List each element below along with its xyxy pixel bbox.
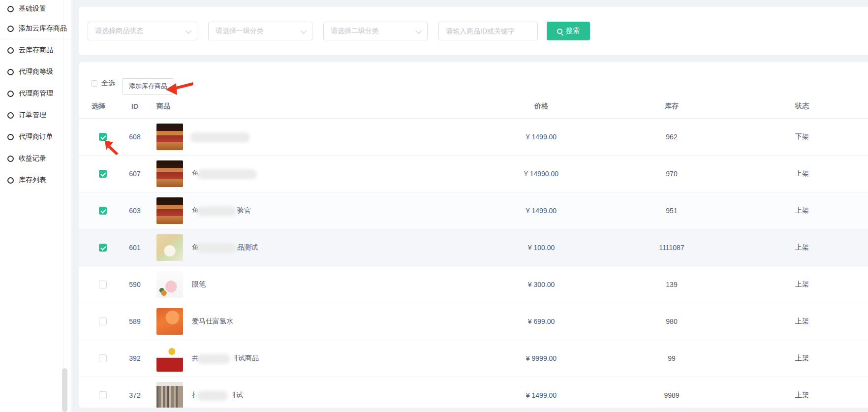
row-checkbox[interactable] — [99, 281, 107, 288]
select-all-label: 全选 — [101, 79, 115, 88]
sidebar-item-label: 订单管理 — [19, 111, 46, 120]
row-checkbox[interactable] — [99, 317, 107, 325]
header-id: ID — [115, 102, 155, 110]
table-row-603: 603 鱼 验官 ¥ 1499.00 951 上架 — [79, 192, 868, 229]
product-name-suffix: 刂试 — [229, 391, 243, 400]
sidebar-item-基础设置[interactable]: 基础设置 — [0, 0, 71, 18]
cell-status: 下架 — [728, 132, 868, 141]
circle-icon — [7, 69, 14, 75]
add-stock-button[interactable]: 添加库存商品 — [122, 78, 174, 95]
row-checkbox[interactable] — [99, 170, 107, 178]
sidebar-item-label: 库存列表 — [19, 176, 46, 185]
cell-price: ¥ 100.00 — [467, 244, 615, 252]
cell-stock: 980 — [615, 317, 728, 325]
table-row-590: 590 眼笔 ¥ 300.00 139 上架 — [79, 266, 868, 303]
category-level1-select[interactable]: 请选择一级分类 — [208, 22, 312, 40]
table-row-589: 589 爱马仕富氢水 ¥ 699.00 980 上架 — [79, 303, 868, 340]
sidebar-item-收益记录[interactable]: 收益记录 — [0, 148, 71, 169]
cell-stock: 1111087 — [615, 244, 728, 252]
circle-icon — [7, 91, 14, 97]
row-checkbox[interactable] — [99, 133, 107, 141]
sidebar-item-代理商管理[interactable]: 代理商管理 — [0, 83, 71, 104]
product-name: 爱马仕富氢水 — [192, 317, 233, 326]
sidebar-item-label: 添加云库存商品 — [19, 24, 67, 33]
cell-stock: 951 — [615, 207, 728, 215]
table-row-392: 392 共 刂试商品 ¥ 9999.00 99 上架 — [79, 340, 868, 377]
cell-id: 392 — [115, 354, 155, 362]
cell-stock: 139 — [615, 281, 728, 288]
product-name: 鱼 验官 — [192, 206, 251, 215]
product-image — [156, 382, 183, 408]
table-row-372: 372 扌 刂试 ¥ 1499.00 9989 上架 — [79, 377, 868, 408]
product-name-suffix: 品测试 — [237, 243, 258, 252]
table-row-608: 608 ¥ 1499.00 962 下架 — [79, 119, 868, 156]
sidebar-item-云库存商品[interactable]: 云库存商品 — [0, 39, 71, 61]
select-all-checkbox[interactable] — [91, 80, 97, 87]
circle-icon — [7, 156, 14, 162]
header-stock: 库存 — [615, 102, 728, 111]
cell-id: 590 — [115, 281, 155, 288]
sidebar-menu: 基础设置 添加云库存商品 云库存商品 代理商等级 代理商管理 订单管理 代理商订… — [0, 0, 71, 191]
chevron-down-icon — [301, 27, 307, 33]
sidebar-item-label: 云库存商品 — [19, 46, 53, 55]
cell-status: 上架 — [728, 243, 868, 252]
header-price: 价格 — [467, 102, 615, 111]
cell-id: 372 — [115, 391, 155, 399]
sidebar-item-库存列表[interactable]: 库存列表 — [0, 169, 71, 191]
search-button[interactable]: 搜索 — [547, 22, 590, 40]
circle-icon — [7, 26, 14, 32]
table-row-607: 607 鱼 ¥ 14990.00 970 上架 — [79, 156, 868, 192]
chevron-down-icon — [416, 27, 422, 33]
cell-status: 上架 — [728, 206, 868, 215]
category-level2-select[interactable]: 请选择二级分类 — [323, 22, 428, 40]
sidebar-divider — [63, 0, 63, 412]
search-icon — [557, 29, 562, 34]
circle-icon — [7, 134, 14, 140]
sidebar-item-代理商等级[interactable]: 代理商等级 — [0, 61, 71, 83]
sidebar-item-订单管理[interactable]: 订单管理 — [0, 104, 71, 126]
cell-price: ¥ 9999.00 — [467, 354, 615, 362]
cell-id: 603 — [115, 207, 155, 215]
sidebar-item-label: 代理商订单 — [19, 132, 53, 141]
header-status: 状态 — [728, 102, 868, 111]
product-name: 共 刂试商品 — [192, 354, 259, 363]
product-name-prefix: 眼笔 — [192, 280, 206, 289]
sidebar-item-label: 代理商等级 — [19, 67, 53, 76]
cell-price: ¥ 699.00 — [467, 317, 615, 325]
header-product: 商品 — [155, 102, 467, 111]
sidebar-scrollbar-thumb[interactable] — [62, 368, 67, 412]
censored-blur-block — [197, 243, 236, 253]
row-checkbox[interactable] — [99, 391, 107, 399]
circle-icon — [7, 112, 14, 119]
table-toolbar: 全选 添加库存商品 — [79, 72, 868, 95]
cell-price: ¥ 1499.00 — [467, 133, 615, 141]
sidebar-item-label: 代理商管理 — [19, 89, 53, 98]
row-checkbox[interactable] — [99, 354, 107, 362]
censored-blur-block — [197, 169, 257, 179]
product-name-prefix: 爱马仕富氢水 — [192, 317, 233, 326]
censored-blur-block — [197, 206, 236, 216]
table-body: 608 ¥ 1499.00 962 下架 607 鱼 ¥ 14990.00 97… — [79, 119, 868, 408]
product-name-suffix: 验官 — [237, 206, 251, 215]
product-name — [192, 132, 251, 141]
product-name-suffix: 刂试商品 — [231, 354, 259, 363]
product-status-select[interactable]: 请选择商品状态 — [88, 22, 197, 40]
cell-price: ¥ 300.00 — [467, 281, 615, 288]
row-checkbox[interactable] — [99, 244, 107, 252]
sidebar-item-代理商订单[interactable]: 代理商订单 — [0, 126, 71, 148]
table-header-row: 选择 ID 商品 价格 库存 状态 — [79, 95, 868, 119]
cell-status: 上架 — [728, 317, 868, 326]
circle-icon — [7, 177, 14, 184]
cell-stock: 970 — [615, 170, 728, 178]
header-select: 选择 — [91, 102, 115, 111]
keyword-input[interactable] — [438, 22, 538, 40]
sidebar: 基础设置 添加云库存商品 云库存商品 代理商等级 代理商管理 订单管理 代理商订… — [0, 0, 71, 412]
circle-icon — [7, 47, 14, 54]
cell-status: 上架 — [728, 280, 868, 289]
censored-blur-block — [197, 391, 228, 401]
row-checkbox[interactable] — [99, 207, 107, 215]
product-image — [156, 160, 183, 187]
circle-icon — [7, 6, 14, 12]
filter-bar: 请选择商品状态 请选择一级分类 请选择二级分类 搜索 — [79, 7, 868, 55]
sidebar-item-添加云库存商品[interactable]: 添加云库存商品 — [0, 18, 71, 39]
